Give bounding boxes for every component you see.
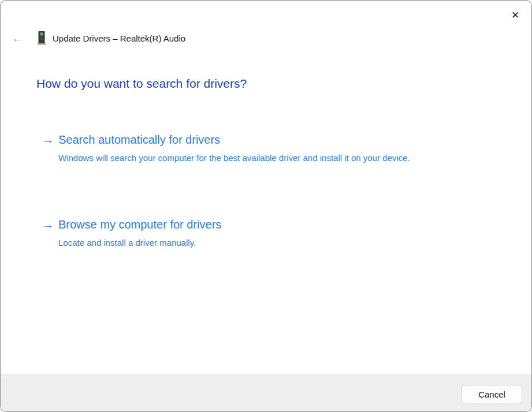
option-description: Locate and install a driver manually. [58,235,221,251]
option-text: Browse my computer for drivers Locate an… [58,217,221,251]
titlebar: ✕ [1,1,531,28]
arrow-right-icon: → [42,132,58,147]
device-icon [36,31,47,46]
wizard-title: Update Drivers – Realtek(R) Audio [53,33,185,43]
option-description: Windows will search your computer for th… [58,150,410,166]
option-browse-computer[interactable]: → Browse my computer for drivers Locate … [42,217,508,251]
page-title: How do you want to search for drivers? [36,77,508,91]
option-title: Browse my computer for drivers [58,217,221,232]
cancel-button[interactable]: Cancel [462,385,522,403]
options-list: → Search automatically for drivers Windo… [36,132,508,251]
option-title: Search automatically for drivers [58,132,410,147]
option-search-automatically[interactable]: → Search automatically for drivers Windo… [42,132,508,166]
wizard-content: How do you want to search for drivers? →… [1,77,531,251]
update-drivers-dialog: ✕ ← Update Drivers – Realtek(R) Audio Ho… [0,0,532,412]
back-button[interactable]: ← [9,29,26,47]
arrow-right-icon: → [42,217,58,232]
close-button[interactable]: ✕ [506,6,524,24]
close-icon: ✕ [511,9,519,21]
wizard-header: ← Update Drivers – Realtek(R) Audio [1,28,531,48]
footer-bar: Cancel [1,374,531,411]
option-text: Search automatically for drivers Windows… [58,132,410,166]
back-arrow-icon: ← [12,32,23,45]
